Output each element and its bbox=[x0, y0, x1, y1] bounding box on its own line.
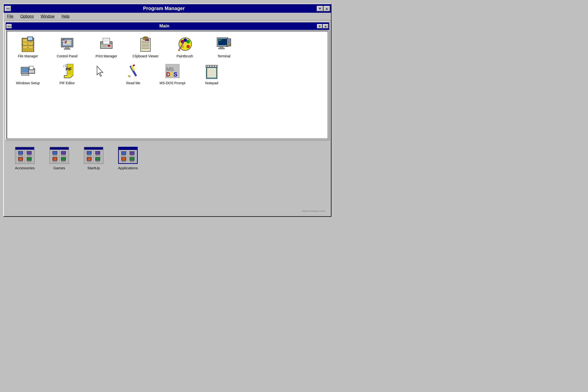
control-panel-label: Control Panel bbox=[57, 54, 78, 58]
file-menu[interactable]: File bbox=[6, 14, 15, 19]
icon-row-1: File Manager A bbox=[14, 36, 320, 58]
svg-point-94 bbox=[212, 65, 214, 67]
svg-point-45 bbox=[184, 38, 187, 42]
main-system-menu[interactable]: — bbox=[6, 24, 12, 28]
svg-text:S: S bbox=[174, 71, 178, 78]
paintbrush-graphic bbox=[177, 36, 192, 52]
main-window-title: Main bbox=[12, 24, 317, 29]
accessories-label: Accessories bbox=[15, 166, 35, 170]
svg-rect-17 bbox=[64, 48, 70, 50]
file-manager-graphic bbox=[20, 36, 36, 52]
print-manager-graphic bbox=[98, 36, 114, 52]
ms-dos-prompt-label: MS-DOS Prompt bbox=[160, 81, 185, 85]
paintbrush-icon[interactable]: Paintbrush bbox=[171, 36, 198, 58]
pif-editor-label: PIF Editor bbox=[60, 81, 75, 85]
control-panel-graphic: A bbox=[59, 36, 75, 52]
svg-rect-6 bbox=[27, 44, 29, 44]
system-menu-button[interactable]: — bbox=[5, 6, 11, 11]
terminal-label: Terminal bbox=[218, 54, 230, 58]
svg-rect-9 bbox=[28, 37, 32, 40]
svg-rect-10 bbox=[30, 41, 31, 42]
startup-graphic: A bbox=[84, 147, 104, 164]
svg-rect-7 bbox=[27, 47, 29, 48]
ms-dos-graphic: MS D O S bbox=[165, 63, 180, 79]
applications-graphic: A bbox=[118, 147, 138, 164]
svg-rect-24 bbox=[103, 38, 110, 44]
svg-point-95 bbox=[214, 65, 216, 67]
menu-bar: File Options Window Help bbox=[4, 13, 331, 20]
svg-rect-41 bbox=[147, 39, 149, 41]
games-graphic: A bbox=[50, 147, 69, 164]
icon-row-2: Windows Setup PIF bbox=[14, 63, 320, 85]
svg-rect-67 bbox=[22, 74, 29, 76]
svg-point-59 bbox=[229, 44, 230, 46]
program-manager-window: — Program Manager ▼ ▲ File Options Windo… bbox=[3, 4, 332, 217]
pif-editor-graphic: PIF bbox=[59, 63, 75, 79]
main-maximize-button[interactable]: ▲ bbox=[323, 24, 328, 28]
paintbrush-label: Paintbrush bbox=[177, 54, 193, 58]
applications-group-icon[interactable]: A Applications bbox=[118, 147, 138, 170]
accessories-graphic: A bbox=[15, 147, 34, 164]
main-window-controls: ▼ ▲ bbox=[317, 24, 328, 28]
svg-point-58 bbox=[228, 44, 229, 46]
mouse-cursor bbox=[96, 66, 104, 76]
svg-point-77 bbox=[65, 65, 67, 67]
svg-rect-15 bbox=[67, 41, 70, 44]
window-title: Program Manager bbox=[11, 6, 317, 11]
file-manager-label: File Manager bbox=[18, 54, 38, 58]
games-group-icon[interactable]: A Games bbox=[50, 147, 69, 170]
svg-point-93 bbox=[210, 65, 212, 67]
file-manager-icon[interactable]: File Manager bbox=[14, 36, 42, 58]
svg-marker-78 bbox=[97, 66, 103, 76]
maximize-button[interactable]: ▲ bbox=[324, 6, 330, 11]
games-label: Games bbox=[54, 166, 65, 170]
svg-point-48 bbox=[186, 45, 190, 48]
svg-rect-61 bbox=[218, 48, 224, 49]
minimize-button[interactable]: ▼ bbox=[317, 6, 323, 11]
notepad-icon[interactable]: Notepad bbox=[198, 63, 225, 85]
window-menu[interactable]: Window bbox=[39, 14, 56, 19]
terminal-icon[interactable]: Terminal bbox=[210, 36, 238, 58]
ms-dos-prompt-icon[interactable]: MS D O S MS-DOS Prompt bbox=[159, 63, 186, 85]
bottom-group-icons-area: A Accessories bbox=[5, 142, 330, 210]
notepad-graphic bbox=[204, 63, 220, 79]
svg-rect-83 bbox=[132, 64, 135, 67]
svg-point-30 bbox=[104, 45, 106, 47]
windows-setup-label: Windows Setup bbox=[16, 81, 40, 85]
title-bar: — Program Manager ▼ ▲ bbox=[4, 4, 331, 13]
cursor-placeholder bbox=[93, 63, 108, 76]
svg-point-29 bbox=[102, 45, 104, 47]
print-manager-icon[interactable]: Print Manager bbox=[93, 36, 120, 58]
clipboard-viewer-graphic bbox=[138, 36, 153, 52]
read-me-graphic bbox=[126, 63, 141, 79]
svg-rect-71 bbox=[30, 66, 33, 70]
print-manager-label: Print Manager bbox=[96, 54, 117, 58]
title-bar-controls: ▼ ▲ bbox=[317, 6, 330, 11]
control-panel-icon[interactable]: A Control Panel bbox=[54, 36, 80, 58]
startup-group-icon[interactable]: A StartUp bbox=[84, 147, 104, 170]
svg-rect-52 bbox=[178, 49, 180, 52]
svg-rect-42 bbox=[145, 39, 147, 41]
read-me-icon[interactable]: Read Me bbox=[120, 63, 147, 85]
read-me-label: Read Me bbox=[126, 81, 140, 85]
options-menu[interactable]: Options bbox=[19, 14, 35, 19]
svg-rect-60 bbox=[220, 46, 223, 48]
svg-rect-62 bbox=[219, 40, 222, 40]
main-minimize-button[interactable]: ▼ bbox=[317, 24, 322, 28]
pif-editor-icon[interactable]: PIF PIF Editor bbox=[54, 63, 80, 85]
svg-rect-57 bbox=[227, 39, 230, 44]
accessories-group-icon[interactable]: A Accessories bbox=[15, 147, 35, 170]
applications-label: Applications bbox=[118, 166, 138, 170]
clipboard-viewer-label: Clipboard Viewer bbox=[132, 54, 158, 58]
svg-rect-28 bbox=[108, 45, 110, 46]
windows-setup-icon[interactable]: Windows Setup bbox=[14, 63, 42, 85]
clipboard-viewer-icon[interactable]: Clipboard Viewer bbox=[132, 36, 159, 58]
svg-rect-66 bbox=[22, 68, 28, 72]
svg-point-46 bbox=[186, 40, 190, 43]
main-title-bar: — Main ▼ ▲ bbox=[6, 22, 329, 30]
startup-label: StartUp bbox=[87, 166, 100, 170]
notepad-label: Notepad bbox=[205, 81, 218, 85]
help-menu[interactable]: Help bbox=[60, 14, 71, 19]
main-group-window: — Main ▼ ▲ bbox=[5, 22, 330, 140]
svg-rect-70 bbox=[30, 70, 34, 72]
